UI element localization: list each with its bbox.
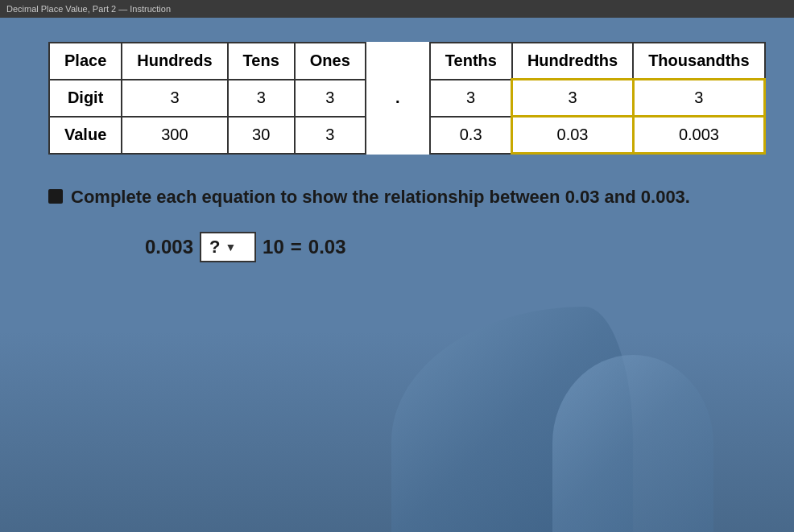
table-row-digit: Digit 3 3 3 . 3 3 3	[49, 80, 765, 117]
equation-middle: 10	[263, 236, 284, 258]
value-hundredths: 0.03	[512, 117, 633, 154]
equation-equals: =	[291, 236, 302, 258]
equation-left: 0.003	[145, 236, 193, 258]
digit-hundredths: 3	[512, 80, 633, 117]
digit-tenths: 3	[430, 80, 512, 117]
header-bar: Decimal Place Value, Part 2 — Instructio…	[0, 0, 794, 18]
bullet-icon	[48, 189, 63, 204]
digit-hundreds: 3	[122, 80, 227, 117]
col-header-ones: Ones	[295, 43, 366, 80]
equation-area: 0.003 ? ▼ 10 = 0.03	[145, 232, 746, 262]
digit-ones: 3	[295, 80, 366, 117]
col-header-hundredths: Hundredths	[512, 43, 633, 80]
hand-shape-2	[552, 355, 713, 532]
value-decimal	[366, 117, 430, 154]
digit-decimal: .	[366, 80, 430, 117]
instruction-area: Complete each equation to show the relat…	[48, 187, 746, 208]
col-header-thousandths: Thousandths	[633, 43, 765, 80]
dropdown-arrow-icon: ▼	[225, 241, 237, 254]
table-row-value: Value 300 30 3 0.3 0.03 0.003	[49, 117, 765, 154]
instruction-text: Complete each equation to show the relat…	[71, 187, 690, 208]
dropdown-value: ?	[209, 237, 220, 258]
value-hundreds: 300	[122, 117, 227, 154]
value-ones: 3	[295, 117, 366, 154]
col-header-tens: Tens	[228, 43, 295, 80]
value-label: Value	[49, 117, 122, 154]
value-thousandths: 0.003	[633, 117, 765, 154]
operator-dropdown[interactable]: ? ▼	[200, 232, 256, 262]
content-area: Place Hundreds Tens Ones Tenths Hundredt…	[0, 18, 794, 287]
col-header-place: Place	[49, 43, 122, 80]
digit-thousandths: 3	[633, 80, 765, 117]
value-tenths: 0.3	[430, 117, 512, 154]
col-header-hundreds: Hundreds	[122, 43, 227, 80]
value-tens: 30	[228, 117, 295, 154]
digit-label: Digit	[49, 80, 122, 117]
equation-right: 0.03	[308, 236, 346, 258]
col-header-decimal	[366, 43, 430, 80]
digit-tens: 3	[228, 80, 295, 117]
header-title: Decimal Place Value, Part 2 — Instructio…	[6, 4, 171, 14]
place-value-table: Place Hundreds Tens Ones Tenths Hundredt…	[48, 42, 766, 155]
col-header-tenths: Tenths	[430, 43, 512, 80]
